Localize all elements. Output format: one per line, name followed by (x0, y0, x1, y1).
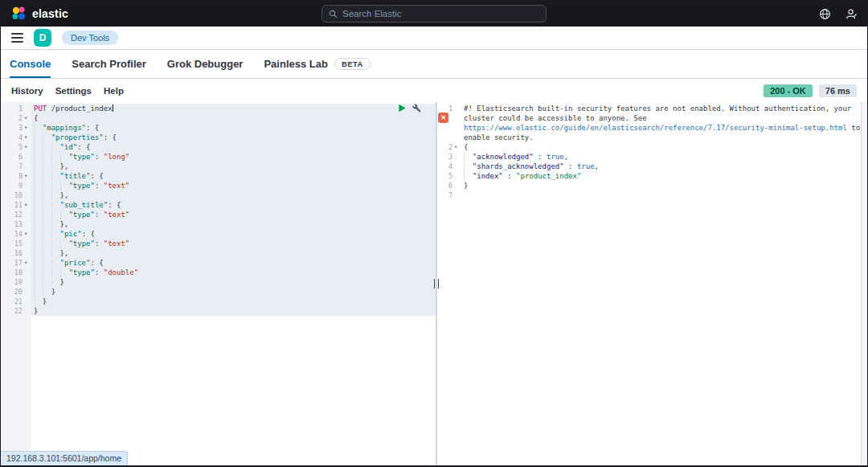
search-input[interactable] (342, 9, 539, 18)
gutter: 9 (1, 181, 31, 190)
elastic-logo[interactable]: elastic (10, 6, 68, 22)
gutter: 2▾ (1, 113, 31, 123)
fold-spacer (24, 248, 31, 258)
gutter: 12 (1, 210, 31, 219)
code-line[interactable]: 16 }, (1, 248, 436, 258)
line-number: 1 (1, 104, 24, 113)
code-line[interactable]: 22} (1, 306, 436, 316)
response-viewer[interactable]: ✕ 1#! Elasticsearch built-in security fe… (437, 102, 861, 465)
fold-toggle-icon[interactable]: ▾ (24, 229, 31, 239)
line-number: 3 (1, 123, 24, 133)
code-line[interactable]: 11▾ "sub_title": { (1, 200, 436, 210)
code-text: } (31, 287, 436, 297)
code-line[interactable]: 2▾{ (1, 113, 436, 123)
fold-toggle-icon[interactable]: ▾ (24, 123, 31, 133)
code-line[interactable]: 5 "index" : "product_index" (437, 171, 861, 181)
code-text: }, (31, 219, 436, 229)
globe-icon[interactable] (819, 8, 831, 20)
code-line[interactable]: 21 } (1, 297, 436, 306)
breadcrumb[interactable]: Dev Tools (62, 31, 118, 45)
code-text: "properties": { (31, 133, 436, 142)
line-number: 2 (437, 142, 454, 152)
fold-spacer (454, 171, 461, 181)
code-line[interactable]: 4 "shards_acknowledged" : true, (437, 162, 861, 171)
code-line[interactable]: 14▾ "pic": { (1, 229, 436, 239)
devtools-tabs: Console Search Profiler Grok Debugger Pa… (1, 50, 867, 79)
code-line[interactable]: 10 }, (1, 190, 436, 200)
settings-button[interactable]: Settings (55, 86, 92, 96)
tab-grok-debugger[interactable]: Grok Debugger (167, 50, 244, 78)
line-number: 19 (1, 277, 24, 287)
code-line[interactable]: 6} (437, 181, 861, 190)
tab-console[interactable]: Console (10, 50, 51, 78)
code-line[interactable]: 15 "type": "text" (1, 239, 436, 248)
send-request-icon[interactable] (398, 104, 407, 113)
fold-spacer (24, 219, 31, 229)
code-line[interactable]: 9 "type": "text" (1, 181, 436, 190)
line-number: 22 (1, 306, 24, 316)
gutter: 3▾ (1, 123, 31, 133)
user-icon[interactable] (845, 8, 858, 20)
gutter: 21 (1, 297, 31, 306)
gutter: 1 (437, 104, 461, 142)
header-actions (819, 8, 858, 20)
elastic-logo-icon (10, 6, 27, 22)
gutter: 4 (437, 162, 461, 171)
fold-toggle-icon[interactable]: ▾ (24, 200, 31, 210)
code-text: #! Elasticsearch built-in security featu… (461, 104, 861, 142)
menu-icon[interactable] (11, 33, 23, 43)
fold-toggle-icon[interactable]: ▾ (24, 258, 31, 268)
code-line[interactable]: 19 } (1, 277, 436, 287)
fold-toggle-icon[interactable]: ▾ (24, 133, 31, 142)
code-line[interactable]: 1#! Elasticsearch built-in security feat… (437, 104, 861, 142)
gutter: 14▾ (1, 229, 31, 239)
space-avatar[interactable]: D (34, 29, 51, 47)
fold-toggle-icon[interactable]: ▾ (24, 113, 31, 123)
code-line[interactable]: 6 "type": "long" (1, 152, 436, 162)
gutter: 5 (437, 171, 461, 181)
tab-painless-lab[interactable]: Painless Lab BETA (264, 50, 370, 78)
code-line[interactable]: 7 }, (1, 162, 436, 171)
request-code: 1PUT /product_index2▾{3▾ "mappings": {4▾… (1, 104, 436, 316)
tab-search-profiler[interactable]: Search Profiler (72, 50, 146, 78)
code-text: PUT /product_index (31, 104, 436, 113)
code-text: "type": "text" (31, 210, 436, 219)
code-text: "price": { (31, 258, 436, 268)
code-line[interactable]: 1PUT /product_index (1, 104, 436, 113)
scrollbar[interactable] (861, 102, 867, 465)
line-number: 1 (437, 104, 454, 142)
gutter: 5▾ (1, 142, 31, 152)
fold-spacer (24, 104, 31, 113)
fold-toggle-icon[interactable]: ▾ (24, 171, 31, 181)
code-line[interactable]: 8▾ "title": { (1, 171, 436, 181)
code-line[interactable]: 2▾{ (437, 142, 861, 152)
code-text: "index" : "product_index" (461, 171, 861, 181)
code-line[interactable]: 3▾ "mappings": { (1, 123, 436, 133)
gutter: 22 (1, 306, 31, 316)
breadcrumb-bar: D Dev Tools (1, 27, 867, 50)
code-line[interactable]: 12 "type": "text" (1, 210, 436, 219)
fold-spacer (454, 104, 461, 142)
code-line[interactable]: 17▾ "price": { (1, 258, 436, 268)
global-search[interactable] (321, 5, 547, 23)
line-number: 14 (1, 229, 24, 239)
code-line[interactable]: 5▾ "id": { (1, 142, 436, 152)
request-editor[interactable]: 1PUT /product_index2▾{3▾ "mappings": {4▾… (1, 102, 436, 465)
wrench-icon[interactable] (412, 104, 421, 113)
code-line[interactable]: 7 (437, 190, 861, 200)
fold-toggle-icon[interactable]: ▾ (454, 142, 461, 152)
fold-toggle-icon[interactable]: ▾ (24, 142, 31, 152)
beta-badge: BETA (334, 58, 371, 70)
help-button[interactable]: Help (104, 86, 124, 96)
gutter: 18 (1, 268, 31, 277)
code-line[interactable]: 20 } (1, 287, 436, 297)
code-line[interactable]: 13 }, (1, 219, 436, 229)
fold-spacer (454, 152, 461, 162)
code-line[interactable]: 18 "type": "double" (1, 268, 436, 277)
history-button[interactable]: History (11, 86, 43, 96)
code-line[interactable]: 3 "acknowledged" : true, (437, 152, 861, 162)
code-text: } (31, 297, 436, 306)
code-line[interactable]: 4▾ "properties": { (1, 133, 436, 142)
fold-spacer (24, 210, 31, 219)
line-number: 15 (1, 239, 24, 248)
